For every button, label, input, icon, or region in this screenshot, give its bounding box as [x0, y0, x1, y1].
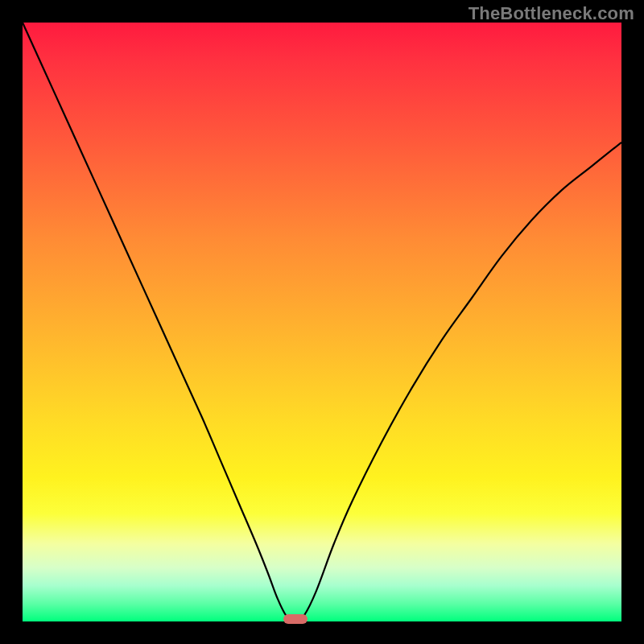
plot-area	[23, 23, 621, 621]
watermark-text: TheBottleneck.com	[469, 3, 634, 24]
curve-path	[23, 23, 621, 621]
minimum-marker	[283, 614, 308, 624]
bottleneck-curve	[23, 23, 621, 621]
chart-frame: TheBottleneck.com	[0, 0, 644, 644]
